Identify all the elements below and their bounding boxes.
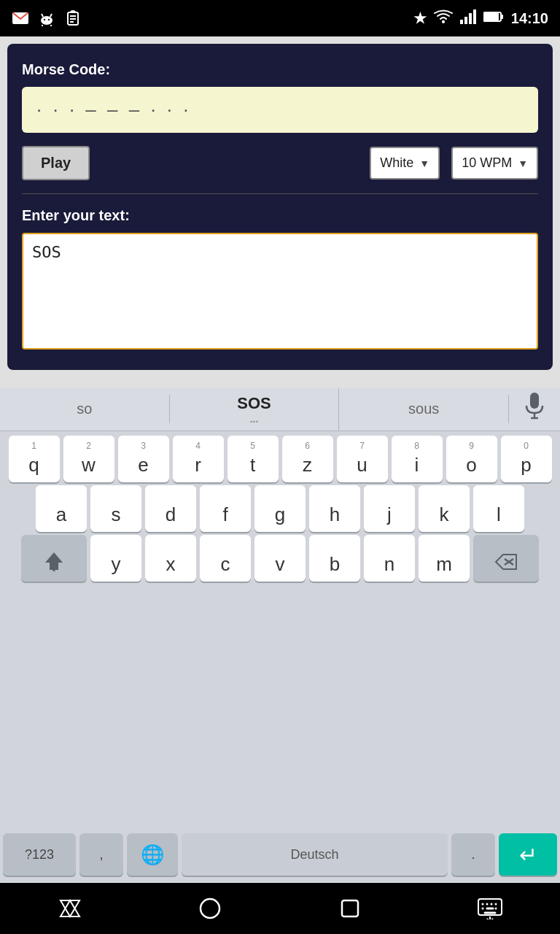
svg-rect-19	[484, 13, 499, 20]
status-icons-left	[12, 9, 82, 27]
key-row-1: 1 q 2 w 3 e 4 r 5 t 6 z	[3, 436, 557, 482]
num-sym-key[interactable]: ?123	[3, 833, 76, 876]
svg-point-12	[442, 20, 445, 23]
svg-rect-16	[473, 9, 476, 24]
backspace-key[interactable]	[473, 535, 539, 582]
suggestion-sos[interactable]: SOS ...	[170, 388, 340, 431]
morse-label: Morse Code:	[22, 61, 538, 78]
enter-key[interactable]: ↵	[499, 833, 557, 876]
key-m[interactable]: m	[419, 535, 470, 582]
gray-gap	[0, 377, 560, 387]
suggestion-so[interactable]: so	[0, 395, 170, 423]
text-input[interactable]: SOS	[22, 233, 538, 350]
svg-point-1	[41, 16, 52, 25]
status-time: 14:10	[511, 10, 548, 27]
key-l[interactable]: l	[473, 485, 524, 532]
key-z[interactable]: 6 z	[282, 436, 333, 482]
svg-rect-20	[530, 393, 539, 409]
shift-key[interactable]	[21, 535, 87, 582]
key-f[interactable]: f	[200, 485, 251, 532]
key-q[interactable]: 1 q	[9, 436, 60, 482]
svg-rect-14	[464, 17, 467, 24]
key-u[interactable]: 7 u	[337, 436, 388, 482]
keyboard-button[interactable]	[468, 887, 512, 930]
play-button[interactable]: Play	[22, 146, 90, 180]
comma-key[interactable]: ,	[79, 833, 123, 876]
key-k[interactable]: k	[419, 485, 470, 532]
key-s[interactable]: s	[90, 485, 141, 532]
globe-key[interactable]: 🌐	[127, 833, 178, 876]
suggestion-sous[interactable]: sous	[339, 395, 509, 423]
key-w[interactable]: 2 w	[63, 436, 114, 482]
svg-rect-13	[460, 20, 463, 24]
svg-rect-15	[469, 13, 472, 24]
enter-icon: ↵	[519, 842, 537, 868]
key-c[interactable]: c	[200, 535, 251, 582]
key-t[interactable]: 5 t	[228, 436, 279, 482]
nav-bar	[0, 883, 560, 934]
controls-row: Play White ▼ 10 WPM ▼	[22, 146, 538, 180]
key-p[interactable]: 0 p	[501, 436, 552, 482]
key-e[interactable]: 3 e	[118, 436, 169, 482]
app-container: Morse Code: · · · – – – · · · Play White…	[7, 44, 553, 370]
chevron-down-icon-2: ▼	[518, 158, 528, 169]
text-label: Enter your text:	[22, 207, 538, 224]
morse-display: · · · – – – · · ·	[22, 87, 538, 133]
key-n[interactable]: n	[364, 535, 415, 582]
period-key[interactable]: .	[451, 833, 495, 876]
key-o[interactable]: 9 o	[446, 436, 497, 482]
svg-marker-23	[45, 552, 63, 570]
key-rows: 1 q 2 w 3 e 4 r 5 t 6 z	[0, 431, 560, 830]
key-x[interactable]: x	[145, 535, 196, 582]
key-y[interactable]: y	[90, 535, 141, 582]
status-bar: ★	[0, 0, 560, 36]
battery-icon	[483, 11, 504, 26]
svg-line-7	[50, 14, 52, 17]
color-dropdown[interactable]: White ▼	[370, 147, 440, 180]
key-h[interactable]: h	[309, 485, 360, 532]
globe-icon: 🌐	[141, 844, 164, 866]
svg-line-6	[42, 14, 43, 17]
gmail-icon	[12, 9, 29, 27]
key-row-2: a s d f g h j k l	[3, 485, 557, 532]
key-v[interactable]: v	[254, 535, 306, 582]
svg-marker-28	[61, 900, 79, 916]
keyboard: so SOS ... sous 1 q 2 w	[0, 387, 560, 883]
svg-rect-18	[501, 15, 503, 19]
divider	[22, 193, 538, 194]
svg-point-5	[48, 19, 50, 20]
svg-rect-30	[342, 900, 358, 916]
key-i[interactable]: 8 i	[392, 436, 443, 482]
back-button[interactable]	[48, 887, 92, 930]
signal-icon	[460, 9, 476, 28]
suggestions-row: so SOS ... sous	[0, 387, 560, 431]
key-g[interactable]: g	[254, 485, 306, 532]
bluetooth-icon: ★	[413, 9, 427, 27]
key-a[interactable]: a	[36, 485, 87, 532]
wifi-icon	[434, 9, 453, 28]
clipboard-icon	[64, 9, 82, 27]
svg-marker-27	[61, 900, 79, 916]
key-b[interactable]: b	[309, 535, 360, 582]
svg-point-29	[201, 899, 219, 918]
svg-point-4	[44, 19, 45, 20]
status-icons-right: ★	[413, 9, 548, 28]
recents-button[interactable]	[328, 887, 372, 930]
key-r[interactable]: 4 r	[173, 436, 224, 482]
home-button[interactable]	[188, 887, 232, 930]
key-j[interactable]: j	[364, 485, 415, 532]
wpm-dropdown[interactable]: 10 WPM ▼	[451, 147, 538, 180]
bottom-row: ?123 , 🌐 Deutsch . ↵	[0, 830, 560, 883]
key-d[interactable]: d	[145, 485, 196, 532]
mic-button[interactable]	[509, 393, 560, 425]
space-key[interactable]: Deutsch	[182, 833, 448, 876]
key-row-3: y x c v b n m	[3, 535, 557, 582]
android-icon	[38, 9, 55, 27]
chevron-down-icon: ▼	[419, 158, 429, 169]
